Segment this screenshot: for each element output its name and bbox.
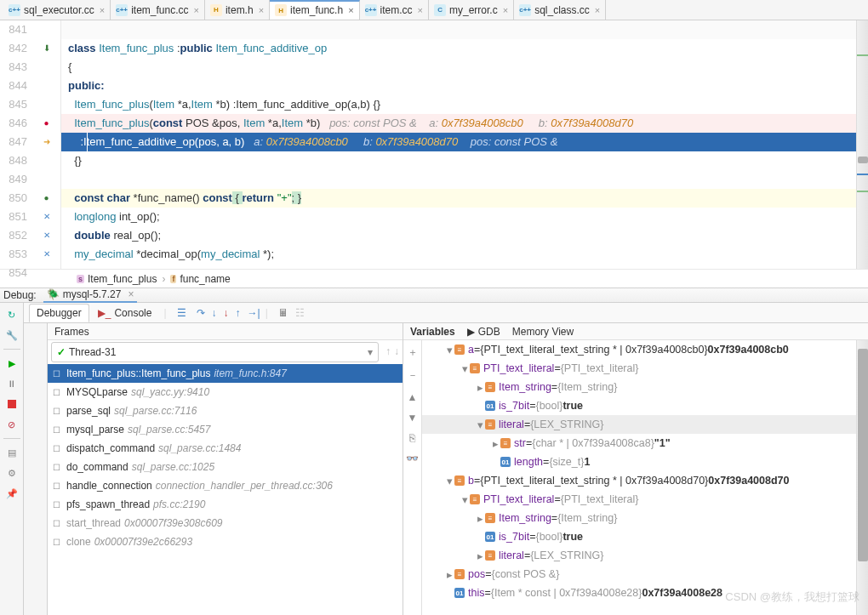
gdb-tab[interactable]: ▶GDB: [467, 326, 500, 338]
step-over-icon[interactable]: ↷: [197, 307, 205, 319]
chevron-down-icon: ▾: [368, 346, 373, 358]
close-icon[interactable]: ×: [259, 5, 264, 15]
variable-row[interactable]: ▾≡literal = {LEX_STRING}: [422, 415, 868, 434]
nav-up-icon[interactable]: ▲: [408, 391, 418, 403]
var-type-icon: 01: [485, 532, 495, 542]
breadcrumb-func[interactable]: ffunc_name: [170, 273, 230, 285]
variable-row[interactable]: 01length = {size_t} 1: [422, 453, 868, 471]
memory-view-tab[interactable]: Memory View: [512, 326, 574, 338]
expand-icon[interactable]: ▸: [475, 550, 485, 562]
variables-header: Variables ▶GDB Memory View: [403, 323, 868, 340]
expand-icon[interactable]: ▾: [460, 362, 470, 375]
stack-frame[interactable]: ☐handle_connection connection_handler_pe…: [48, 476, 403, 495]
file-tab[interactable]: c++item_func.cc×: [111, 0, 205, 20]
expand-icon[interactable]: ▾: [444, 344, 454, 356]
file-tab[interactable]: c++sql_executor.cc×: [3, 0, 111, 20]
variables-tree[interactable]: ▾≡a = {PTI_text_literal_text_string * | …: [422, 340, 868, 615]
mute-breakpoints-button[interactable]: ⊘: [5, 418, 19, 431]
expand-icon[interactable]: ▸: [475, 381, 485, 394]
close-icon[interactable]: ×: [194, 5, 199, 15]
expand-icon[interactable]: ▸: [490, 437, 500, 450]
variable-row[interactable]: ▾≡a = {PTI_text_literal_text_string * | …: [422, 340, 868, 359]
evaluate-icon[interactable]: 🖩: [278, 307, 288, 319]
pause-button[interactable]: ⏸: [5, 377, 19, 390]
debug-config-tab[interactable]: 🪲 mysql-5.7.27 ×: [43, 288, 138, 303]
file-tab[interactable]: Hitem_func.h×: [270, 0, 359, 20]
frame-down-icon[interactable]: ↓: [394, 345, 399, 357]
debug-left-toolbar: ↻ 🔧 ▶ ⏸ ⊘ ▤ ⚙ 📌: [0, 303, 24, 615]
code-area[interactable]: class Item_func_plus :public Item_func_a…: [61, 20, 868, 269]
variable-row[interactable]: 01is_7bit = {bool} true: [422, 396, 868, 415]
close-icon[interactable]: ×: [100, 5, 105, 15]
console-tab[interactable]: ▶_Console: [91, 305, 159, 322]
variable-row[interactable]: ▾≡PTI_text_literal = {PTI_text_literal}: [422, 359, 868, 378]
step-out-icon[interactable]: ↑: [236, 307, 241, 319]
expand-icon[interactable]: ▾: [460, 493, 470, 506]
expand-icon[interactable]: ▸: [444, 568, 454, 581]
stack-frame[interactable]: ☐do_command sql_parse.cc:1025: [48, 458, 403, 476]
file-tab[interactable]: c++sql_class.cc×: [514, 0, 606, 20]
stack-frame[interactable]: ☐Item_func_plus::Item_func_plus item_fun…: [48, 364, 403, 383]
force-step-into-icon[interactable]: ↓: [224, 307, 229, 319]
expand-icon[interactable]: ▾: [444, 475, 454, 487]
stack-frame[interactable]: ☐start_thread 0x00007f39e308c609: [48, 514, 403, 532]
stack-frame[interactable]: ☐pfs_spawn_thread pfs.cc:2190: [48, 495, 403, 514]
variable-row[interactable]: ▸≡Item_string = {Item_string}: [422, 509, 868, 527]
settings-icon[interactable]: ⚙: [5, 466, 19, 480]
thread-selector[interactable]: ✓ Thread-31 ▾: [51, 342, 379, 362]
close-icon[interactable]: ×: [348, 5, 353, 15]
close-icon[interactable]: ×: [595, 5, 600, 15]
thread-dump-icon[interactable]: ☰: [177, 307, 186, 319]
expand-icon[interactable]: ▸: [475, 512, 485, 525]
expand-icon[interactable]: ▾: [475, 419, 485, 431]
variable-row[interactable]: ▾≡b = {PTI_text_literal_text_string * | …: [422, 471, 868, 490]
file-tab[interactable]: Cmy_error.c×: [429, 0, 514, 20]
var-type-icon: ≡: [485, 382, 495, 392]
stack-frame[interactable]: ☐MYSQLparse sql_yacc.yy:9410: [48, 383, 403, 401]
run-to-cursor-icon[interactable]: →|: [248, 307, 260, 319]
resume-button[interactable]: ▶: [5, 356, 19, 370]
glasses-icon[interactable]: 👓: [406, 453, 419, 464]
frames-list[interactable]: ☐Item_func_plus::Item_func_plus item_fun…: [48, 364, 403, 615]
add-watch-icon[interactable]: ＋: [408, 345, 418, 360]
vars-scrollbar[interactable]: [856, 340, 868, 615]
gutter-icons: ⬇ ● ➜ ● ✕ ✕ ✕: [32, 20, 61, 269]
editor-scrollbar[interactable]: [856, 20, 868, 269]
frame-icon: ☐: [53, 407, 63, 416]
breadcrumb: sItem_func_plus › ffunc_name: [0, 269, 868, 288]
more-icon[interactable]: ☷: [295, 307, 305, 319]
close-icon[interactable]: ×: [418, 5, 423, 15]
variable-row[interactable]: 01this = {Item * const | 0x7f39a4008e28}…: [422, 584, 868, 602]
stop-button[interactable]: [5, 397, 19, 411]
close-icon[interactable]: ×: [503, 5, 508, 15]
variable-row[interactable]: ▸≡Item_string = {Item_string}: [422, 378, 868, 396]
frame-icon: ☐: [53, 500, 63, 510]
variable-row[interactable]: ▸≡literal = {LEX_STRING}: [422, 546, 868, 565]
stack-frame[interactable]: ☐parse_sql sql_parse.cc:7116: [48, 401, 403, 420]
remove-watch-icon[interactable]: －: [408, 368, 418, 383]
stack-frame[interactable]: ☐mysql_parse sql_parse.cc:5457: [48, 420, 403, 439]
duplicate-icon[interactable]: ⎘: [409, 432, 415, 444]
frames-panel: Frames ✓ Thread-31 ▾ ↑↓ ☐Item_func_plus:…: [48, 323, 403, 615]
nav-down-icon[interactable]: ▼: [408, 412, 418, 424]
variable-row[interactable]: ▸≡str = {char * | 0x7f39a4008ca8} "1": [422, 434, 868, 453]
file-tab[interactable]: c++item.cc×: [360, 0, 429, 20]
variable-row[interactable]: ▾≡PTI_text_literal = {PTI_text_literal}: [422, 490, 868, 509]
rerun-button[interactable]: ↻: [5, 308, 19, 322]
close-icon[interactable]: ×: [128, 288, 134, 300]
breadcrumb-struct[interactable]: sItem_func_plus: [77, 273, 157, 285]
frame-up-icon[interactable]: ↑: [385, 345, 391, 357]
stack-frame[interactable]: ☐clone 0x00007f39e2c66293: [48, 532, 403, 551]
variable-row[interactable]: ▸≡pos = {const POS &}: [422, 565, 868, 584]
wrench-icon[interactable]: 🔧: [5, 328, 19, 342]
pin-icon[interactable]: 📌: [5, 487, 19, 500]
debugger-tab[interactable]: Debugger: [29, 304, 89, 322]
variable-row[interactable]: 01is_7bit = {bool} true: [422, 527, 868, 546]
file-tab[interactable]: Hitem.h×: [205, 0, 270, 20]
stack-frame[interactable]: ☐dispatch_command sql_parse.cc:1484: [48, 439, 403, 458]
variables-tab[interactable]: Variables: [410, 326, 455, 338]
frames-title: Frames: [48, 323, 403, 340]
var-type-icon: ≡: [454, 345, 465, 355]
layout-icon[interactable]: ▤: [5, 446, 19, 459]
step-into-icon[interactable]: ↓: [212, 307, 217, 319]
